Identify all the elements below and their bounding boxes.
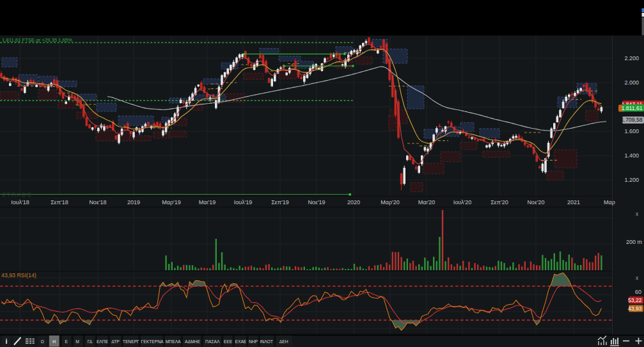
svg-text:2.000: 2.000 (624, 79, 639, 86)
svg-text:ΙΝΛΟΤ: ΙΝΛΟΤ (260, 339, 272, 344)
svg-text:Ιουλ'19: Ιουλ'19 (234, 199, 253, 206)
svg-text:43,93 RSI(14): 43,93 RSI(14) (1, 272, 36, 278)
svg-text:ΑΔΜΗΕ: ΑΔΜΗΕ (185, 339, 200, 344)
svg-text:1.811,61 FTSE.gr +29,35 1,65%: 1.811,61 FTSE.gr +29,35 1,65% (2, 37, 72, 43)
svg-text:Σεπ'19: Σεπ'19 (271, 199, 289, 206)
svg-text:Μαρ'20: Μαρ'20 (381, 199, 400, 206)
svg-text:Μ: Μ (75, 339, 79, 344)
svg-text:ΔΤΡ: ΔΤΡ (111, 339, 120, 344)
svg-text:2019: 2019 (127, 199, 140, 206)
svg-text:ΕΕΕ: ΕΕΕ (224, 339, 233, 344)
svg-text:1.400: 1.400 (624, 152, 639, 159)
svg-text:ΕΛΠΕ: ΕΛΠΕ (97, 339, 109, 344)
svg-text:2021: 2021 (567, 199, 580, 206)
svg-text:1.709,58: 1.709,58 (621, 117, 643, 123)
svg-text:2.200: 2.200 (624, 55, 639, 61)
svg-text:Μαρ: Μαρ (604, 199, 615, 206)
svg-text:Νοε'20: Νοε'20 (527, 199, 544, 206)
svg-text:ΔΕΗ: ΔΕΗ (279, 339, 288, 344)
svg-text:Ε: Ε (65, 339, 68, 344)
svg-text:60: 60 (635, 289, 641, 295)
svg-text:Σεπ'18: Σεπ'18 (51, 199, 68, 206)
svg-text:i: i (5, 337, 7, 345)
svg-text:1.200: 1.200 (624, 177, 639, 183)
svg-text:Μαι'19: Μαι'19 (199, 199, 216, 206)
svg-text:Νοε'19: Νοε'19 (308, 199, 325, 206)
svg-text:Μαι'20: Μαι'20 (418, 199, 435, 206)
svg-text:Η: Η (52, 339, 56, 344)
svg-text:ΓΔ: ΓΔ (88, 339, 93, 344)
svg-text:Νοε'18: Νοε'18 (89, 199, 106, 206)
svg-text:1.811,61: 1.811,61 (622, 105, 643, 111)
svg-text:2020: 2020 (347, 199, 360, 206)
svg-text:200 m: 200 m (626, 239, 642, 245)
svg-text:ΠΑΣΑΛ: ΠΑΣΑΛ (205, 339, 220, 344)
svg-text:Μαρ'19: Μαρ'19 (162, 199, 181, 206)
svg-text:ΤΕΝΕΡΓ: ΤΕΝΕΡΓ (123, 339, 139, 344)
svg-text:43,93: 43,93 (628, 305, 642, 312)
svg-text:Ιουλ'20: Ιουλ'20 (453, 199, 472, 206)
svg-text:ΕΧΑΕ: ΕΧΑΕ (235, 339, 246, 344)
svg-text:Ιουλ'18: Ιουλ'18 (11, 199, 29, 206)
svg-text:ΜΠΕΛΑ: ΜΠΕΛΑ (166, 339, 181, 344)
svg-text:53,22: 53,22 (628, 297, 642, 303)
svg-text:Σεπ'20: Σεπ'20 (491, 199, 508, 206)
svg-text:ΝΗΡ: ΝΗΡ (249, 339, 258, 344)
svg-text:ΓΕΚΤΕΡΝΑ: ΓΕΚΤΕΡΝΑ (141, 339, 164, 344)
svg-text:Ω: Ω (41, 339, 44, 344)
svg-text:1.600: 1.600 (624, 128, 639, 134)
